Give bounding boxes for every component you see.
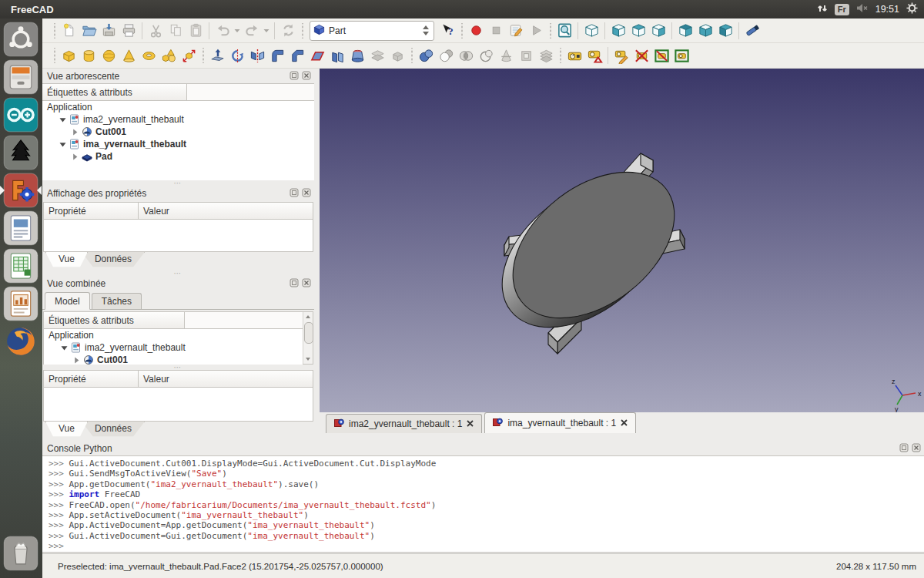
panel-float-icon[interactable]	[290, 278, 299, 287]
dropdown-arrow-icon[interactable]	[233, 21, 242, 41]
3d-viewport[interactable]: x z y	[320, 69, 924, 412]
part-make-face-icon[interactable]	[307, 45, 327, 66]
toolbar-drag-handle[interactable]	[200, 48, 206, 63]
paste-icon[interactable]	[186, 21, 206, 41]
view-bottom-icon[interactable]	[695, 21, 715, 41]
part-refine-shape-icon[interactable]	[536, 45, 556, 66]
part-primitives-icon[interactable]	[159, 45, 179, 66]
cut-icon[interactable]	[146, 21, 166, 41]
part-sphere-icon[interactable]	[99, 45, 119, 66]
tab-vue[interactable]: Vue	[45, 422, 88, 438]
part-cylinder-icon[interactable]	[79, 45, 99, 66]
launcher-firefox-icon[interactable]	[3, 324, 38, 359]
view-fit-all-icon[interactable]	[554, 21, 574, 41]
launcher-ubuntu-dash-icon[interactable]	[3, 22, 38, 57]
panel-float-icon[interactable]	[290, 188, 299, 197]
open-file-icon[interactable]	[79, 21, 99, 41]
dock-splitter[interactable]: ⋯	[42, 180, 314, 186]
combo-spinner-icon[interactable]	[423, 25, 430, 35]
view-top-icon[interactable]	[628, 21, 648, 41]
property-column-header[interactable]: Propriété	[44, 203, 139, 219]
panel-float-icon[interactable]	[899, 443, 909, 452]
tree-view-column-header[interactable]: Étiquettes & attributs	[42, 84, 187, 100]
part-torus-icon[interactable]	[139, 45, 159, 66]
property-column-header[interactable]: Propriété	[44, 371, 139, 387]
launcher-libreoffice-impress-icon[interactable]	[3, 286, 38, 321]
workbench-selector[interactable]: Part	[310, 21, 434, 41]
view-front-icon[interactable]	[608, 21, 628, 41]
toolbar-drag-handle[interactable]	[409, 48, 414, 63]
value-column-header[interactable]: Valeur	[139, 371, 313, 387]
redo-icon[interactable]	[242, 21, 262, 41]
volume-muted-icon[interactable]	[856, 3, 869, 15]
panel-close-icon[interactable]	[302, 71, 311, 80]
toolbar-drag-handle[interactable]	[459, 23, 464, 39]
tree-item-cut001[interactable]: Cut001	[44, 354, 303, 365]
panel-float-icon[interactable]	[290, 71, 299, 80]
toolbar-drag-handle[interactable]	[52, 48, 57, 63]
part-loft-icon[interactable]	[347, 45, 367, 66]
part-offset-icon[interactable]	[387, 45, 407, 66]
python-console-input[interactable]: >>> Gui.ActiveDocument.Cut001.DisplayMod…	[42, 455, 924, 553]
updown-arrows-icon[interactable]	[817, 3, 828, 16]
combo-property-table-body[interactable]	[43, 388, 313, 422]
scrollbar-thumb[interactable]	[304, 322, 313, 344]
panel-close-icon[interactable]	[302, 278, 311, 287]
part-thickness-icon[interactable]	[516, 45, 536, 66]
measure-toggle-icon[interactable]	[742, 21, 762, 41]
undo-icon[interactable]	[213, 21, 233, 41]
measure-linear-icon[interactable]	[564, 45, 584, 66]
part-chamfer-icon[interactable]	[287, 45, 307, 66]
tree-item-ima2-yvernault-thebault[interactable]: ima2_yvernault_thebault	[44, 341, 303, 354]
tree-item-application[interactable]: Application	[44, 329, 303, 341]
launcher-freecad-icon[interactable]	[3, 173, 38, 208]
panel-close-icon[interactable]	[302, 188, 311, 197]
launcher-arduino-icon[interactable]	[3, 97, 38, 133]
part-fillet-icon[interactable]	[267, 45, 287, 66]
document-tab[interactable]: ima_yvernault_thebault : 1	[484, 412, 636, 433]
launcher-libreoffice-calc-icon[interactable]	[3, 248, 38, 284]
launcher-files-icon[interactable]	[3, 59, 38, 95]
tree-item-cut001[interactable]: Cut001	[42, 126, 314, 138]
tab-model[interactable]: Model	[45, 292, 90, 310]
part-box-icon[interactable]	[59, 45, 79, 66]
measure-toggle-3d-icon[interactable]	[651, 45, 671, 66]
toolbar-drag-handle[interactable]	[52, 23, 57, 39]
dock-splitter[interactable]: ⋯	[42, 271, 314, 276]
measure-clear-all-icon[interactable]	[631, 45, 651, 66]
panel-close-icon[interactable]	[912, 443, 921, 452]
part-sweep-icon[interactable]	[367, 45, 387, 66]
macro-play-icon[interactable]	[526, 21, 546, 41]
tree-item-application[interactable]: Application	[42, 101, 314, 113]
launcher-inkscape-icon[interactable]	[3, 135, 38, 170]
keyboard-layout-badge[interactable]: Fr	[835, 4, 849, 15]
combo-tree-scrollbar[interactable]	[303, 312, 313, 364]
dropdown-arrow-icon[interactable]	[262, 21, 271, 41]
launcher-libreoffice-writer-icon[interactable]	[3, 210, 38, 246]
launcher-trash-icon[interactable]	[3, 536, 38, 571]
boolean-section-icon[interactable]	[476, 45, 496, 66]
clock[interactable]: 19:51	[875, 4, 899, 15]
part-mirror-icon[interactable]	[247, 45, 267, 66]
view-rear-icon[interactable]	[675, 21, 695, 41]
tree-item-pad[interactable]: Pad	[42, 150, 314, 163]
boolean-common-icon[interactable]	[456, 45, 476, 66]
print-icon[interactable]	[119, 21, 139, 41]
part-cone-icon[interactable]	[119, 45, 139, 66]
copy-icon[interactable]	[166, 21, 186, 41]
measure-angular-icon[interactable]	[584, 45, 604, 66]
boolean-union-icon[interactable]	[416, 45, 436, 66]
macro-stop-icon[interactable]	[486, 21, 506, 41]
tab-taches[interactable]: Tâches	[92, 293, 142, 309]
part-cross-sections-icon[interactable]	[496, 45, 516, 66]
part-extrude-icon[interactable]	[207, 45, 227, 66]
toolbar-drag-handle[interactable]	[547, 23, 553, 39]
property-table-body[interactable]	[43, 220, 313, 252]
view-right-icon[interactable]	[648, 21, 668, 41]
measure-refresh-icon[interactable]	[611, 45, 631, 66]
value-column-header[interactable]: Valeur	[139, 203, 313, 219]
tree-item-ima2-yvernault-thebault[interactable]: ima2_yvernault_thebault	[42, 113, 314, 126]
view-axonometric-icon[interactable]	[581, 21, 601, 41]
tab-vue[interactable]: Vue	[45, 252, 88, 268]
dock-splitter[interactable]: ⋯	[42, 365, 314, 370]
